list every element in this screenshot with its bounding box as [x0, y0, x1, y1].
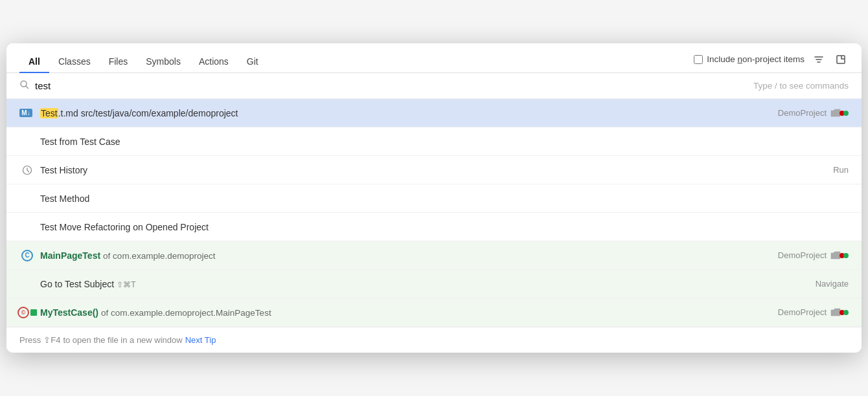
result-row-2[interactable]: Test from Test Case	[6, 127, 862, 156]
shortcut-7: ⇧⌘T	[117, 280, 135, 289]
result-content-4: Test Method	[40, 193, 849, 204]
tab-actions[interactable]: Actions	[190, 51, 238, 73]
copyright-green-icon: ©	[19, 306, 35, 319]
result-right-1: DemoProject	[778, 108, 849, 118]
tab-all[interactable]: All	[19, 51, 49, 73]
project-name-8: DemoProject	[778, 307, 827, 317]
filter-icon[interactable]	[811, 52, 827, 67]
project-name-6: DemoProject	[778, 250, 827, 260]
search-row: Type / to see commands	[6, 73, 862, 99]
result-row-3[interactable]: Test History Run	[6, 156, 862, 184]
include-non-project-checkbox[interactable]	[694, 55, 703, 64]
result-right-7: Navigate	[816, 279, 849, 289]
result-content-1: Test.t.md src/test/java/com/example/demo…	[40, 108, 778, 118]
include-non-project-text: Include non-project items	[707, 54, 805, 64]
result-content-8: MyTestCase() of com.example.demoproject.…	[40, 307, 778, 318]
result-row-8[interactable]: © MyTestCase() of com.example.demoprojec…	[6, 298, 862, 327]
footer: Press ⇧F4 to open the file in a new wind…	[6, 327, 862, 353]
navigate-label: Navigate	[816, 279, 849, 289]
highlight-test-1: Test.t.md src/test/java/com/example/demo…	[40, 108, 238, 118]
result-right-3: Run	[833, 165, 849, 175]
result-row-4[interactable]: Test Method	[6, 184, 862, 213]
circle-c-icon: C	[19, 249, 35, 262]
tab-classes[interactable]: Classes	[49, 51, 100, 73]
md-icon: M↓	[19, 107, 35, 120]
include-non-project-label[interactable]: Include non-project items	[694, 54, 805, 64]
tabs-right: Include non-project items	[694, 52, 849, 72]
tab-symbols[interactable]: Symbols	[137, 51, 190, 73]
result-row-6[interactable]: C MainPageTest of com.example.demoprojec…	[6, 241, 862, 270]
svg-rect-0	[837, 56, 845, 63]
next-tip-link[interactable]: Next Tip	[185, 335, 216, 345]
result-text-5: Test Move Refactoring on Opened Project	[40, 222, 209, 232]
result-content-3: Test History	[40, 165, 833, 175]
result-row-1[interactable]: M↓ Test.t.md src/test/java/com/example/d…	[6, 99, 862, 127]
run-label: Run	[833, 165, 849, 175]
result-content-6: MainPageTest of com.example.demoproject	[40, 250, 778, 261]
search-input[interactable]	[35, 80, 753, 91]
no-icon-7	[19, 278, 35, 291]
tab-git[interactable]: Git	[238, 51, 268, 73]
result-of-text-8: of com.example.demoproject.MainPageTest	[101, 308, 271, 318]
expand-icon[interactable]	[833, 52, 849, 67]
project-folder-icon-6	[830, 251, 849, 260]
green-dot-1	[843, 111, 849, 116]
footer-shortcut: ⇧F4	[43, 335, 60, 345]
result-green-name-8: MyTestCase()	[40, 307, 98, 318]
project-folder-icon-8	[830, 308, 849, 317]
result-row-7[interactable]: Go to Test Subject ⇧⌘T Navigate	[6, 270, 862, 298]
clock-icon	[19, 164, 35, 177]
green-dot-6	[843, 253, 849, 258]
search-dialog: All Classes Files Symbols Actions Git In…	[6, 43, 862, 353]
search-icon	[19, 80, 30, 92]
result-content-2: Test from Test Case	[40, 137, 849, 147]
footer-press-text: Press	[19, 335, 41, 345]
tabs-row: All Classes Files Symbols Actions Git In…	[6, 43, 862, 73]
result-text-7: Go to Test Subject	[40, 279, 114, 289]
tab-files[interactable]: Files	[100, 51, 137, 73]
result-content-7: Go to Test Subject ⇧⌘T	[40, 279, 816, 289]
result-green-name-6: MainPageTest	[40, 250, 100, 261]
no-icon-4	[19, 192, 35, 205]
result-right-6: DemoProject	[778, 250, 849, 260]
result-content-5: Test Move Refactoring on Opened Project	[40, 222, 849, 232]
result-of-text-6: of com.example.demoproject	[103, 251, 215, 261]
no-icon-5	[19, 221, 35, 234]
result-text-3: Test History	[40, 165, 87, 175]
result-text-4: Test Method	[40, 193, 89, 204]
result-right-8: DemoProject	[778, 307, 849, 317]
results-list: M↓ Test.t.md src/test/java/com/example/d…	[6, 99, 862, 327]
search-hint: Type / to see commands	[753, 81, 849, 91]
footer-open-text: to open the file in a new window	[63, 335, 182, 345]
result-row-5[interactable]: Test Move Refactoring on Opened Project	[6, 213, 862, 241]
result-text-2: Test from Test Case	[40, 137, 120, 147]
green-dot-8	[843, 310, 849, 315]
project-folder-icon-1	[830, 109, 849, 118]
no-icon-2	[19, 135, 35, 148]
project-name-1: DemoProject	[778, 108, 827, 118]
